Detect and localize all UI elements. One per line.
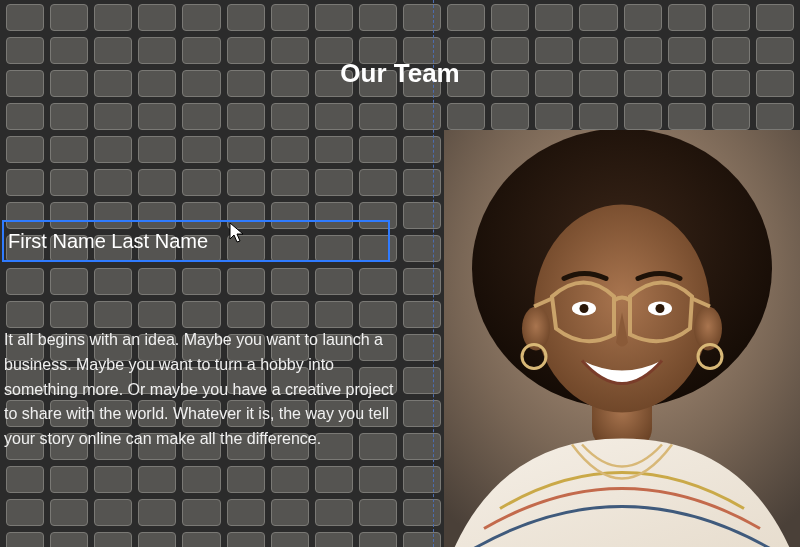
team-member-bio-text[interactable]: It all begins with an idea. Maybe you wa…: [4, 328, 396, 452]
team-member-name-text: First Name Last Name: [8, 230, 208, 253]
team-member-image[interactable]: [444, 130, 800, 547]
svg-point-11: [580, 304, 589, 313]
portrait-photo-icon: [444, 130, 800, 547]
section-heading[interactable]: Our Team: [0, 58, 800, 89]
team-member-name-field[interactable]: First Name Last Name: [2, 220, 390, 262]
svg-point-13: [656, 304, 665, 313]
